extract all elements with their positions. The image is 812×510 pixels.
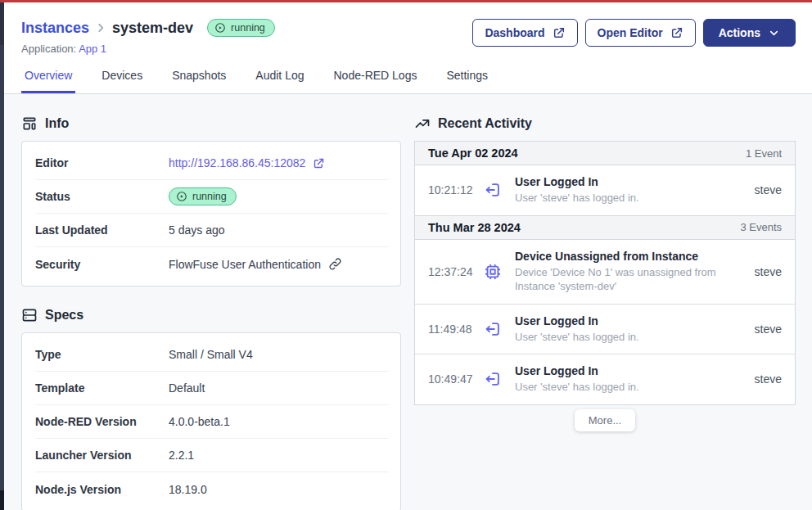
activity-date-header: Thu Mar 28 20243 Events xyxy=(415,216,795,240)
login-icon xyxy=(484,320,503,338)
activity-group: Thu Mar 28 20243 Events12:37:24Device Un… xyxy=(415,216,795,404)
last-updated-value: 5 days ago xyxy=(169,223,225,237)
open-editor-button-label: Open Editor xyxy=(598,26,663,39)
specs-section: Specs TypeSmall / Small V4TemplateDefaul… xyxy=(21,307,401,510)
row-value: 2.2.1 xyxy=(169,449,194,462)
play-circle-icon xyxy=(214,22,226,34)
main-window: Instances system-dev running Application… xyxy=(4,2,812,510)
page-title: system-dev xyxy=(112,20,193,37)
actions-button[interactable]: Actions xyxy=(703,19,796,47)
row-value: 18.19.0 xyxy=(169,483,207,496)
actions-button-label: Actions xyxy=(719,26,760,39)
row-last-updated: Last Updated5 days ago xyxy=(35,214,389,247)
tab-node-red-logs[interactable]: Node-RED Logs xyxy=(331,69,421,93)
row-value: FlowFuse User Authentication xyxy=(169,257,342,271)
nodejs-version-value: 18.19.0 xyxy=(169,483,207,496)
editor-link[interactable]: http://192.168.86.45:12082 xyxy=(169,156,325,169)
row-label: Node.js Version xyxy=(35,483,169,496)
activity-date: Tue Apr 02 2024 xyxy=(428,147,518,160)
status-badge: running xyxy=(169,187,237,205)
row-value: 4.0.0-beta.1 xyxy=(169,415,230,428)
event-title: User Logged In xyxy=(515,364,745,377)
type-value: Small / Small V4 xyxy=(169,348,253,361)
external-link-icon xyxy=(553,26,566,39)
row-value: Small / Small V4 xyxy=(169,348,253,361)
row-template: TemplateDefault xyxy=(35,372,389,405)
event-time: 11:49:48 xyxy=(428,323,477,336)
info-section-title: Info xyxy=(45,116,69,131)
recent-activity-section: Recent Activity Tue Apr 02 20241 Event10… xyxy=(414,115,796,431)
chain-link-icon[interactable] xyxy=(328,257,342,271)
event-user: steve xyxy=(755,183,782,196)
row-security: SecurityFlowFuse User Authentication xyxy=(35,247,389,281)
activity-date: Thu Mar 28 2024 xyxy=(428,221,521,234)
activity-event-row: 11:49:48User Logged InUser 'steve' has l… xyxy=(415,305,795,355)
event-body: Device Unassigned from InstanceDevice 'D… xyxy=(515,248,745,296)
activity-event-row: 12:37:24Device Unassigned from InstanceD… xyxy=(415,240,795,305)
status-badge-label: running xyxy=(231,22,265,34)
sidebar-strip-segment xyxy=(0,490,4,510)
row-label: Template xyxy=(35,381,169,395)
template-icon xyxy=(21,115,38,132)
tab-devices[interactable]: Devices xyxy=(98,69,146,93)
status-badge: running xyxy=(207,19,275,37)
application-line: Application: App 1 xyxy=(21,43,275,55)
activity-event-row: 10:49:47User Logged InUser 'steve' has l… xyxy=(415,354,795,404)
activity-date-header: Tue Apr 02 20241 Event xyxy=(415,142,795,165)
tab-snapshots[interactable]: Snapshots xyxy=(169,69,229,93)
row-label: Editor xyxy=(35,156,169,169)
event-user: steve xyxy=(755,323,782,336)
login-icon xyxy=(484,370,503,388)
row-editor: Editorhttp://192.168.86.45:12082 xyxy=(35,147,389,180)
activity-event-row: 10:21:12User Logged InUser 'steve' has l… xyxy=(415,165,795,216)
chip-icon xyxy=(484,263,503,281)
event-time: 10:49:47 xyxy=(428,372,477,386)
row-value: http://192.168.86.45:12082 xyxy=(169,156,325,169)
activity-event-count: 3 Events xyxy=(740,221,782,233)
row-label: Node-RED Version xyxy=(35,415,169,428)
event-body: User Logged InUser 'steve' has logged in… xyxy=(515,363,745,396)
info-section: Info Editorhttp://192.168.86.45:12082Sta… xyxy=(21,115,401,287)
external-link-icon xyxy=(313,157,325,169)
event-title: Device Unassigned from Instance xyxy=(515,250,745,263)
dashboard-button-label: Dashboard xyxy=(485,26,544,39)
page-content: Info Editorhttp://192.168.86.45:12082Sta… xyxy=(4,94,812,510)
more-button[interactable]: More... xyxy=(575,409,635,431)
row-launcher-version: Launcher Version2.2.1 xyxy=(35,439,389,472)
specs-section-title: Specs xyxy=(45,308,83,323)
tab-settings[interactable]: Settings xyxy=(443,69,491,93)
sidebar-strip-segment xyxy=(0,2,4,45)
row-value: 5 days ago xyxy=(169,223,225,237)
trending-up-icon xyxy=(414,115,431,132)
dashboard-button[interactable]: Dashboard xyxy=(472,19,577,47)
event-description: Device 'Device No 1' was unassigned from… xyxy=(515,265,745,294)
row-label: Type xyxy=(35,348,169,361)
tab-bar: OverviewDevicesSnapshotsAudit LogNode-RE… xyxy=(21,69,796,93)
event-title: User Logged In xyxy=(515,175,745,188)
activity-group: Tue Apr 02 20241 Event10:21:12User Logge… xyxy=(415,142,795,216)
row-nodejs-version: Node.js Version18.19.0 xyxy=(35,472,389,506)
recent-activity-title: Recent Activity xyxy=(438,116,532,131)
breadcrumb-link-instances[interactable]: Instances xyxy=(21,20,89,37)
tab-overview[interactable]: Overview xyxy=(21,69,75,93)
row-value: Default xyxy=(169,381,205,395)
event-body: User Logged InUser 'steve' has logged in… xyxy=(515,174,745,207)
activity-table: Tue Apr 02 20241 Event10:21:12User Logge… xyxy=(414,141,796,405)
external-link-icon xyxy=(670,26,683,39)
activity-event-count: 1 Event xyxy=(746,147,782,160)
top-edge-red-bar xyxy=(0,0,812,2)
chevron-down-icon xyxy=(768,27,780,39)
tab-audit-log[interactable]: Audit Log xyxy=(252,69,307,93)
info-card: Editorhttp://192.168.86.45:12082Statusru… xyxy=(21,141,401,287)
open-editor-button[interactable]: Open Editor xyxy=(585,19,696,47)
row-node-red-version: Node-RED Version4.0.0-beta.1 xyxy=(35,405,389,439)
row-label: Last Updated xyxy=(35,223,169,237)
application-link[interactable]: App 1 xyxy=(79,43,106,55)
event-user: steve xyxy=(755,265,782,278)
template-value: Default xyxy=(169,381,205,395)
launcher-version-value: 2.2.1 xyxy=(169,449,194,462)
login-icon xyxy=(484,181,503,199)
chevron-right-icon xyxy=(95,22,106,34)
specs-card: TypeSmall / Small V4TemplateDefaultNode-… xyxy=(21,332,401,510)
event-title: User Logged In xyxy=(515,314,745,327)
